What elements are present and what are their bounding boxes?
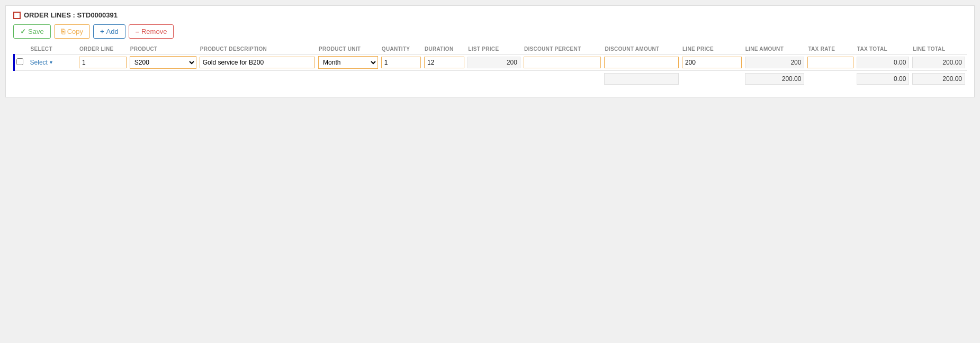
- row-line-amount-cell: [743, 55, 806, 71]
- copy-icon: ⎘: [61, 28, 65, 35]
- totals-spacer-9: [522, 71, 603, 87]
- row-discount-amount-cell: [603, 55, 680, 71]
- header-checkbox: [14, 44, 29, 55]
- row-line-price-cell: [680, 55, 743, 71]
- header-select: SELECT: [29, 44, 77, 55]
- order-lines-table: SELECT ORDER LINE PRODUCT PRODUCT DESCRI…: [13, 44, 967, 86]
- discount-amount-input[interactable]: [604, 57, 678, 68]
- header-discount-percent: DISCOUNT PERCENT: [522, 44, 603, 55]
- header-product-description: PRODUCT DESCRIPTION: [198, 44, 317, 55]
- totals-spacer-2: [77, 71, 128, 87]
- header-line-total: LINE TOTAL: [911, 44, 967, 55]
- header-list-price: LIST PRICE: [466, 44, 522, 55]
- select-label: Select: [30, 59, 48, 66]
- remove-icon: –: [136, 28, 139, 35]
- product-unit-select[interactable]: MonthYearDayWeek: [318, 56, 378, 69]
- line-amount-input: [745, 57, 805, 68]
- totals-row: [14, 71, 967, 87]
- totals-spacer-10: [680, 71, 743, 87]
- totals-spacer-11: [806, 71, 855, 87]
- row-line-total-cell: [911, 55, 967, 71]
- copy-button[interactable]: ⎘ Copy: [54, 24, 90, 39]
- product-description-input[interactable]: [200, 57, 315, 68]
- totals-line-amount: [743, 71, 806, 87]
- row-tax-total-cell: [855, 55, 911, 71]
- totals-line-total-input: [912, 73, 965, 85]
- row-select-cell: Select ▼: [29, 55, 77, 71]
- row-order-line-cell: [77, 55, 128, 71]
- add-label: Add: [106, 28, 119, 35]
- row-quantity-cell: [380, 55, 422, 71]
- panel-title-text: ORDER LINES : STD0000391: [24, 11, 118, 19]
- header-line-amount: LINE AMOUNT: [743, 44, 806, 55]
- select-dropdown-button[interactable]: Select ▼: [30, 59, 53, 66]
- totals-tax-total: [855, 71, 911, 87]
- tax-rate-input[interactable]: [807, 57, 853, 68]
- totals-discount-amount: [603, 71, 680, 87]
- row-tax-rate-cell: [806, 55, 855, 71]
- header-product-unit: PRODUCT UNIT: [317, 44, 380, 55]
- row-product-cell: S200S100S300: [128, 55, 198, 71]
- header-tax-rate: TAX RATE: [806, 44, 855, 55]
- order-lines-icon: [13, 12, 21, 19]
- header-order-line: ORDER LINE: [77, 44, 128, 55]
- panel-title: ORDER LINES : STD0000391: [13, 11, 967, 19]
- tax-total-input: [857, 57, 910, 68]
- list-price-input: [467, 57, 520, 68]
- add-icon: +: [100, 28, 104, 35]
- copy-label: Copy: [67, 28, 83, 35]
- row-description-cell: [198, 55, 317, 71]
- row-discount-percent-cell: [522, 55, 603, 71]
- totals-discount-amount-input: [604, 73, 678, 85]
- duration-input[interactable]: [424, 57, 464, 68]
- remove-button[interactable]: – Remove: [129, 24, 174, 39]
- totals-spacer-1: [14, 71, 77, 87]
- row-checkbox-cell: [14, 55, 29, 71]
- save-button[interactable]: ✓ Save: [13, 24, 51, 39]
- totals-line-amount-input: [745, 73, 805, 85]
- row-duration-cell: [422, 55, 466, 71]
- header-product: PRODUCT: [128, 44, 198, 55]
- totals-line-total: [911, 71, 967, 87]
- totals-spacer-5: [317, 71, 380, 87]
- table-row: Select ▼ S200S100S300 MonthYearDayWeek: [14, 55, 967, 71]
- remove-label: Remove: [141, 28, 167, 35]
- quantity-input[interactable]: [381, 57, 421, 68]
- line-price-input[interactable]: [682, 57, 742, 68]
- header-discount-amount: DISCOUNT AMOUNT: [603, 44, 680, 55]
- totals-spacer-3: [128, 71, 198, 87]
- totals-spacer-4: [198, 71, 317, 87]
- product-select[interactable]: S200S100S300: [130, 56, 196, 69]
- row-checkbox[interactable]: [16, 58, 23, 65]
- totals-spacer-7: [422, 71, 466, 87]
- totals-tax-total-input: [857, 73, 910, 85]
- row-list-price-cell: [466, 55, 522, 71]
- save-icon: ✓: [20, 28, 26, 35]
- header-duration: DURATION: [422, 44, 466, 55]
- table-header-row: SELECT ORDER LINE PRODUCT PRODUCT DESCRI…: [14, 44, 967, 55]
- header-quantity: QUANTITY: [380, 44, 422, 55]
- select-caret-icon: ▼: [49, 60, 53, 65]
- totals-spacer-8: [466, 71, 522, 87]
- header-line-price: LINE PRICE: [680, 44, 743, 55]
- save-label: Save: [28, 28, 44, 35]
- row-unit-cell: MonthYearDayWeek: [317, 55, 380, 71]
- discount-percent-input[interactable]: [524, 57, 601, 68]
- toolbar: ✓ Save ⎘ Copy + Add – Remove: [13, 24, 967, 39]
- order-line-input[interactable]: [79, 57, 127, 68]
- add-button[interactable]: + Add: [93, 24, 125, 39]
- line-total-input: [912, 57, 965, 68]
- header-tax-total: TAX TOTAL: [855, 44, 911, 55]
- totals-spacer-6: [380, 71, 422, 87]
